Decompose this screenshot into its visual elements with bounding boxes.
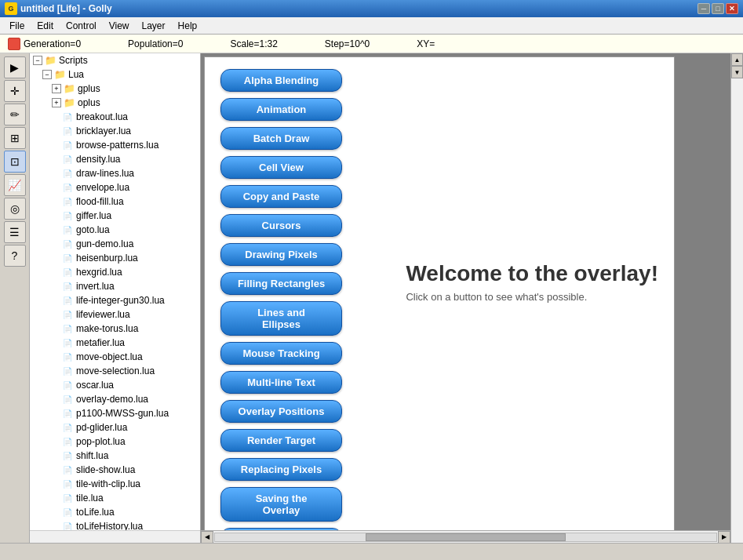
scroll-track[interactable] bbox=[214, 533, 717, 542]
sidebar-item[interactable]: 📄make-torus.lua bbox=[30, 322, 200, 336]
sidebar-item[interactable]: −📁Lua bbox=[30, 67, 200, 82]
tool-add[interactable]: ✛ bbox=[4, 80, 26, 102]
status-indicator bbox=[8, 38, 20, 50]
sidebar-item[interactable]: 📄flood-fill.lua bbox=[30, 195, 200, 209]
sidebar-item[interactable]: 📄density.lua bbox=[30, 152, 200, 166]
menu-control[interactable]: Control bbox=[60, 19, 103, 33]
sidebar-item[interactable]: 📄bricklayer.lua bbox=[30, 124, 200, 138]
welcome-subtitle: Click on a button to see what's possible… bbox=[406, 291, 587, 303]
file-icon: 📄 bbox=[61, 168, 74, 179]
menu-layer[interactable]: Layer bbox=[136, 19, 172, 33]
sidebar-item[interactable]: 📄pop-plot.lua bbox=[30, 435, 200, 449]
sidebar-item[interactable]: 📄giffer.lua bbox=[30, 209, 200, 223]
right-scrollbar[interactable]: ▲ ▼ bbox=[730, 53, 743, 543]
tree-toggle-icon[interactable]: − bbox=[42, 70, 52, 79]
scroll-left-arrow[interactable]: ◀ bbox=[201, 531, 213, 544]
minimize-button[interactable]: ─ bbox=[697, 3, 710, 14]
overlay-btn-mouse-tracking[interactable]: Mouse Tracking bbox=[220, 342, 342, 365]
tool-play[interactable]: ▶ bbox=[4, 56, 26, 78]
file-icon: 📄 bbox=[61, 436, 74, 447]
tree-item-label: pop-plot.lua bbox=[76, 436, 126, 447]
tree-item-label: overlay-demo.lua bbox=[76, 394, 148, 405]
tool-camera[interactable]: ⊡ bbox=[4, 151, 26, 173]
tree-toggle-icon[interactable]: − bbox=[33, 56, 42, 65]
sidebar-item[interactable]: 📄slide-show.lua bbox=[30, 463, 200, 477]
sidebar-item[interactable]: 📄toLife.lua bbox=[30, 505, 200, 519]
close-button[interactable]: ✕ bbox=[726, 3, 738, 14]
sidebar-horizontal-scroll[interactable] bbox=[30, 530, 200, 543]
sidebar-item[interactable]: 📄browse-patterns.lua bbox=[30, 138, 200, 152]
tool-grid[interactable]: ⊞ bbox=[4, 127, 26, 149]
sidebar-item[interactable]: 📄draw-lines.lua bbox=[30, 166, 200, 180]
sidebar-item[interactable]: 📄gun-demo.lua bbox=[30, 237, 200, 251]
tool-list[interactable]: ☰ bbox=[4, 221, 26, 243]
overlay-btn-filling-rectangles[interactable]: Filling Rectangles bbox=[220, 272, 342, 295]
overlay-btn-replacing-pixels[interactable]: Replacing Pixels bbox=[220, 458, 342, 481]
overlay-btn-copy-and-paste[interactable]: Copy and Paste bbox=[220, 185, 342, 208]
tree-item-label: slide-show.lua bbox=[76, 464, 135, 475]
overlay-btn-alpha-blending[interactable]: Alpha Blending bbox=[220, 69, 342, 92]
scroll-right-arrow[interactable]: ▶ bbox=[718, 531, 730, 544]
left-toolbar: ▶ ✛ ✏ ⊞ ⊡ 📈 ◎ ☰ ? bbox=[0, 53, 30, 543]
overlay-btn-render-target[interactable]: Render Target bbox=[220, 429, 342, 452]
menu-file[interactable]: File bbox=[3, 19, 31, 33]
menu-view[interactable]: View bbox=[103, 19, 136, 33]
sidebar-item[interactable]: 📄overlay-demo.lua bbox=[30, 392, 200, 406]
tree-toggle-icon[interactable]: + bbox=[52, 84, 61, 93]
sidebar-item[interactable]: 📄envelope.lua bbox=[30, 180, 200, 195]
tree-item-label: move-object.lua bbox=[76, 351, 143, 362]
overlay-btn-multi-line-text[interactable]: Multi-line Text bbox=[220, 371, 342, 394]
overlay-btn-cell-view[interactable]: Cell View bbox=[220, 156, 342, 179]
tool-draw[interactable]: ✏ bbox=[4, 104, 26, 125]
file-icon: 📄 bbox=[61, 125, 74, 136]
tree-item-label: giffer.lua bbox=[76, 210, 111, 221]
sidebar-item[interactable]: 📄tile-with-clip.lua bbox=[30, 477, 200, 491]
sidebar-item[interactable]: 📄lifeviewer.lua bbox=[30, 307, 200, 322]
overlay-btn-animation[interactable]: Animation bbox=[220, 98, 342, 121]
scroll-up-arrow[interactable]: ▲ bbox=[731, 53, 743, 66]
overlay-btn-saving-the-overlay[interactable]: Saving the Overlay bbox=[220, 487, 342, 522]
maximize-button[interactable]: □ bbox=[712, 3, 724, 14]
scroll-thumb[interactable] bbox=[366, 533, 566, 541]
sidebar-item[interactable]: 📄breakout.lua bbox=[30, 110, 200, 124]
sidebar-item[interactable]: −📁Scripts bbox=[30, 53, 200, 67]
sidebar-item[interactable]: 📄pd-glider.lua bbox=[30, 420, 200, 435]
sidebar-item[interactable]: +📁gplus bbox=[30, 82, 200, 96]
sidebar-item[interactable]: 📄hexgrid.lua bbox=[30, 265, 200, 279]
sidebar-item[interactable]: 📄toLifeHistory.lua bbox=[30, 519, 200, 530]
sidebar-item[interactable]: 📄move-object.lua bbox=[30, 350, 200, 364]
sidebar-item[interactable]: 📄goto.lua bbox=[30, 223, 200, 237]
overlay-btn-cursors[interactable]: Cursors bbox=[220, 214, 342, 237]
tree-toggle-icon[interactable]: + bbox=[52, 98, 61, 107]
tool-chart[interactable]: 📈 bbox=[4, 174, 26, 196]
bottom-scrollbar[interactable]: ◀ ▶ bbox=[201, 530, 730, 543]
welcome-overlay: Welcome to the overlay! Click on a butto… bbox=[406, 261, 658, 303]
main-layout: ▶ ✛ ✏ ⊞ ⊡ 📈 ◎ ☰ ? −📁Scripts−📁Lua+📁gplus+… bbox=[0, 53, 743, 543]
overlay-btn-lines-and-ellipses[interactable]: Lines and Ellipses bbox=[220, 301, 342, 336]
sidebar-item[interactable]: 📄shift.lua bbox=[30, 449, 200, 463]
sidebar-item[interactable]: 📄metafier.lua bbox=[30, 336, 200, 350]
sidebar-scroll[interactable]: −📁Scripts−📁Lua+📁gplus+📁oplus📄breakout.lu… bbox=[30, 53, 200, 530]
sidebar-item[interactable]: +📁oplus bbox=[30, 96, 200, 110]
sidebar-item[interactable]: 📄invert.lua bbox=[30, 279, 200, 293]
menu-edit[interactable]: Edit bbox=[31, 19, 60, 33]
tree-item-label: metafier.lua bbox=[76, 337, 125, 348]
overlay-btn-overlay-positions[interactable]: Overlay Positions bbox=[220, 400, 342, 423]
menu-help[interactable]: Help bbox=[172, 19, 204, 33]
sidebar-item[interactable]: 📄tile.lua bbox=[30, 491, 200, 505]
tree-item-label: browse-patterns.lua bbox=[76, 140, 158, 151]
tree-item-label: move-selection.lua bbox=[76, 365, 155, 376]
file-icon: 📄 bbox=[61, 422, 74, 433]
overlay-btn-drawing-pixels[interactable]: Drawing Pixels bbox=[220, 243, 342, 266]
sidebar-item[interactable]: 📄move-selection.lua bbox=[30, 364, 200, 378]
sidebar-item[interactable]: 📄p1100-MWSS-gun.lua bbox=[30, 406, 200, 420]
tool-target[interactable]: ◎ bbox=[4, 198, 26, 220]
tree-item-label: hexgrid.lua bbox=[76, 267, 122, 278]
overlay-btn-scaling-images[interactable]: Scaling Images bbox=[220, 528, 342, 530]
sidebar-item[interactable]: 📄oscar.lua bbox=[30, 378, 200, 392]
sidebar-item[interactable]: 📄life-integer-gun30.lua bbox=[30, 293, 200, 307]
sidebar-item[interactable]: 📄heisenburp.lua bbox=[30, 251, 200, 265]
tool-help[interactable]: ? bbox=[4, 245, 26, 267]
scroll-down-arrow[interactable]: ▼ bbox=[731, 66, 743, 78]
overlay-btn-batch-draw[interactable]: Batch Draw bbox=[220, 127, 342, 150]
